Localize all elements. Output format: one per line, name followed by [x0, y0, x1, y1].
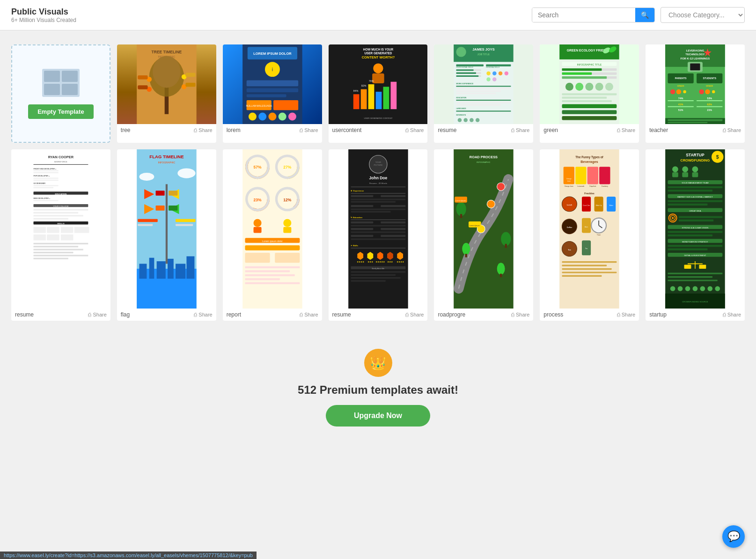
svg-rect-166	[47, 227, 59, 233]
svg-point-80	[464, 118, 468, 122]
svg-point-66	[492, 77, 497, 81]
svg-rect-165	[33, 227, 46, 233]
svg-rect-37	[360, 89, 367, 110]
svg-rect-346	[668, 186, 723, 188]
svg-rect-366	[668, 248, 708, 250]
svg-text:★★★★: ★★★★	[356, 260, 364, 263]
card-usercontent[interactable]: HOW MUCH IS YOUR USER GENERATED CONTENT …	[329, 44, 428, 143]
svg-rect-74	[456, 102, 511, 103]
svg-text:CONTENT WORTH?: CONTENT WORTH?	[361, 55, 395, 59]
card-teacher-share[interactable]: ⎙ Share	[723, 127, 741, 133]
header: Public Visuals 6+ Million Visuals Create…	[0, 0, 756, 30]
svg-text:PERSONAL SKILLS: PERSONAL SKILLS	[486, 66, 500, 68]
card-process-share[interactable]: ⎙ Share	[617, 312, 635, 317]
search-input[interactable]	[532, 8, 635, 22]
category-select[interactable]: Choose Category...	[661, 7, 745, 23]
card-report[interactable]: 57% 27% 23% 12% L	[223, 149, 322, 321]
card-teacher[interactable]: LEVERAGING TECHNOLOGY FOR K-12 LEARNINGS…	[646, 44, 745, 143]
svg-text:62%: 62%	[707, 103, 712, 106]
card-tree-share[interactable]: ⎙ Share	[194, 127, 212, 133]
svg-rect-256	[381, 235, 405, 237]
card-flag-share[interactable]: ⎙ Share	[194, 312, 212, 317]
svg-rect-318	[582, 218, 591, 233]
card-resume-teal[interactable]: JAMES JOYS JOB TITLE PROFESSIONAL SKILLS	[434, 44, 533, 143]
card-process-thumb: The Funny Types of Beverages Orange Juic…	[540, 149, 639, 309]
svg-text:23%: 23%	[253, 198, 261, 202]
svg-rect-339	[672, 172, 678, 177]
svg-rect-10	[138, 75, 147, 80]
svg-text:Water: Water	[609, 205, 613, 206]
card-resume2-label: resume ⎙ Share	[329, 309, 428, 321]
svg-text:Orange Juice: Orange Juice	[565, 185, 573, 187]
empty-template-button[interactable]: Empty Template	[28, 104, 93, 119]
svg-rect-173	[33, 246, 78, 247]
svg-rect-274	[351, 277, 400, 279]
svg-rect-75	[456, 104, 501, 106]
svg-rect-358	[679, 220, 713, 221]
card-report-name: report	[227, 311, 241, 318]
svg-point-377	[678, 286, 683, 291]
svg-text:Orange: Orange	[566, 178, 572, 180]
svg-rect-330	[562, 268, 612, 270]
svg-rect-280	[460, 214, 462, 218]
svg-point-288	[487, 200, 495, 208]
chat-bubble[interactable]: 💬	[722, 525, 745, 548]
svg-rect-241	[351, 199, 405, 200]
svg-point-34	[373, 63, 383, 73]
svg-point-5	[153, 56, 181, 88]
svg-text:12%: 12%	[283, 198, 291, 202]
card-green-share[interactable]: ⎙ Share	[617, 127, 635, 133]
svg-rect-272	[351, 271, 405, 272]
card-lorem-thumb: LOREM IPSUM DOLOR i NULLAM MALESUADA	[223, 44, 322, 124]
svg-text:Juice: Juice	[567, 180, 571, 182]
card-usercontent-label: usercontent ⎙ Share	[329, 124, 428, 136]
card-resume-white[interactable]: RYAN COOPER WORKFORCE FRONT END DEVELOPE…	[11, 149, 110, 321]
svg-point-63	[499, 71, 503, 75]
card-roadprogre[interactable]: ROAD PROCESS INFOGRAPHIC	[434, 149, 533, 321]
svg-rect-138	[668, 119, 723, 121]
svg-rect-95	[562, 76, 607, 79]
svg-rect-143	[33, 164, 88, 165]
card-report-share[interactable]: ⎙ Share	[300, 312, 318, 317]
svg-text:PROFESSIONAL SKILLS: PROFESSIONAL SKILLS	[456, 66, 473, 68]
svg-rect-35	[372, 74, 384, 83]
card-lorem[interactable]: LOREM IPSUM DOLOR i NULLAM MALESUADA	[223, 44, 322, 143]
card-process[interactable]: The Funny Types of Beverages Orange Juic…	[540, 149, 639, 321]
card-resume2[interactable]: YOUR PICTURE John Doe Resume - 20 Words …	[329, 149, 428, 321]
card-resume-teal-label: resume ⎙ Share	[434, 124, 533, 136]
svg-text:Coffee: Coffee	[567, 227, 573, 228]
card-usercontent-share[interactable]: ⎙ Share	[405, 127, 424, 133]
card-resume-teal-share[interactable]: ⎙ Share	[511, 127, 529, 133]
card-roadprogre-share[interactable]: ⎙ Share	[511, 312, 529, 317]
card-tree[interactable]: TREE TIMELINE INFOGRAPHIC	[117, 44, 216, 143]
svg-text:76%: 76%	[368, 80, 374, 82]
svg-rect-162	[33, 218, 68, 220]
svg-point-378	[685, 286, 690, 291]
card-process-label: process ⎙ Share	[540, 309, 639, 321]
card-lorem-share[interactable]: ⎙ Share	[300, 127, 318, 133]
svg-rect-203	[242, 149, 302, 309]
svg-point-82	[476, 118, 480, 122]
svg-rect-171	[61, 235, 73, 241]
svg-text:John Doe: John Doe	[369, 176, 387, 180]
card-resume-white-share[interactable]: ⎙ Share	[88, 312, 106, 317]
svg-rect-12	[185, 73, 195, 77]
svg-rect-341	[682, 172, 688, 177]
svg-rect-361	[668, 231, 723, 233]
upgrade-button[interactable]: Upgrade Now	[326, 405, 430, 427]
green-svg: GREEN ECOLOGY FRIENDLY INFOGRAPHIC TITLE	[540, 44, 639, 124]
resume2-svg: YOUR PICTURE John Doe Resume - 20 Words …	[329, 149, 428, 309]
card-startup[interactable]: STARTUP CROWDFUNDING $ SOLID MANAGEMENT …	[646, 149, 745, 321]
svg-text:★★★★: ★★★★	[396, 260, 404, 263]
svg-rect-176	[33, 255, 88, 256]
svg-rect-40	[383, 87, 389, 109]
empty-template-card[interactable]: Empty Template	[11, 44, 110, 143]
card-resume2-share[interactable]: ⎙ Share	[405, 312, 424, 317]
svg-rect-328	[562, 261, 617, 263]
card-startup-share[interactable]: ⎙ Share	[723, 312, 741, 317]
svg-text:27%: 27%	[283, 165, 291, 169]
card-flag[interactable]: FLAG TIMELINE INFOGRAPHIC	[117, 149, 216, 321]
card-green[interactable]: GREEN ECOLOGY FRIENDLY INFOGRAPHIC TITLE	[540, 44, 639, 143]
svg-rect-362	[668, 235, 713, 236]
search-button[interactable]: 🔍	[635, 8, 654, 22]
